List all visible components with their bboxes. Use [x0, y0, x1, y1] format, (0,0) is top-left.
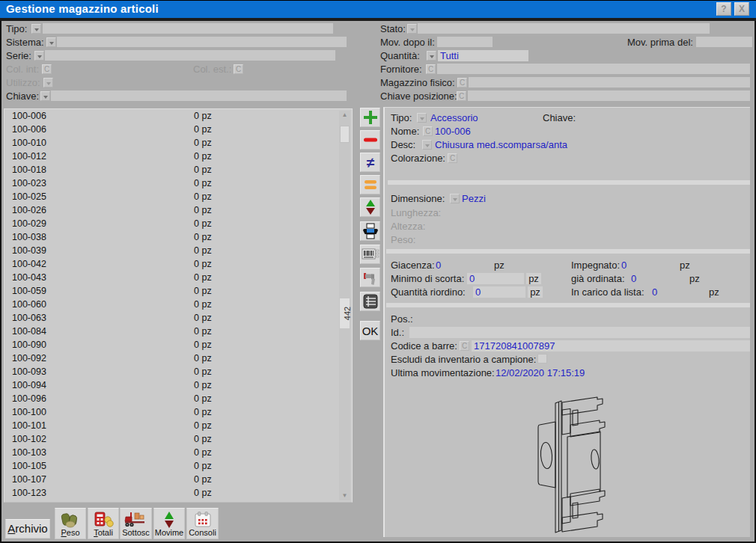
fornitore-c-button[interactable]: C — [426, 64, 436, 74]
article-code: 100-105 — [12, 459, 46, 473]
help-button[interactable]: ? — [716, 2, 731, 16]
not-equal-filter-button[interactable]: ≠ — [360, 153, 380, 172]
chiave-posizione-c-button[interactable]: C — [457, 91, 466, 101]
detail-nome-c-button[interactable]: C — [423, 126, 433, 136]
section-divider — [388, 180, 750, 185]
tipo-filter-input[interactable] — [43, 23, 333, 34]
detail-colorazione-c-button[interactable]: C — [448, 153, 457, 163]
stato-filter-dropdown-icon[interactable] — [407, 24, 417, 34]
equal-filter-button[interactable] — [360, 175, 380, 194]
list-scrollbar[interactable]: ▲ 442 ▼ — [339, 111, 350, 500]
tipo-filter-dropdown-icon[interactable] — [31, 24, 41, 34]
scroll-up-icon[interactable]: ▲ — [339, 111, 350, 120]
list-item[interactable]: 100-018 0 pz — [4, 163, 352, 177]
scrollbar-thumb[interactable] — [340, 126, 350, 143]
list-item[interactable]: 100-102 0 pz — [4, 432, 352, 446]
escludi-inventario-checkbox[interactable] — [537, 354, 547, 363]
list-item[interactable]: 100-103 0 pz — [4, 446, 352, 459]
list-item[interactable]: 100-059 0 pz — [4, 284, 352, 298]
list-item[interactable]: 100-010 0 pz — [4, 136, 352, 150]
list-item[interactable]: 100-029 0 pz — [4, 217, 352, 230]
consolidato-button[interactable]: Consoli — [186, 508, 219, 539]
barcode-print-button[interactable] — [360, 245, 380, 264]
minimo-scorta-input[interactable]: 0 — [467, 273, 524, 284]
add-article-button[interactable] — [360, 108, 380, 127]
list-item[interactable]: 100-090 0 pz — [4, 338, 352, 352]
movimenti-button[interactable]: Movime — [153, 508, 185, 539]
list-item[interactable]: 100-023 0 pz — [4, 177, 352, 190]
list-item[interactable]: 100-025 0 pz — [4, 190, 352, 203]
list-item[interactable]: 100-093 0 pz — [4, 365, 352, 378]
detail-dimensione-dropdown-icon[interactable] — [450, 194, 460, 203]
list-item[interactable]: 100-012 0 pz — [4, 150, 352, 163]
barcode-scanner-button[interactable] — [360, 268, 380, 287]
list-item[interactable]: 100-063 0 pz — [4, 311, 352, 325]
detail-desc-dropdown-icon[interactable] — [422, 140, 432, 150]
table-view-button[interactable] — [360, 292, 380, 311]
list-item[interactable]: 100-043 0 pz — [4, 271, 352, 284]
escludi-inventario-label: Escludi da inventario a campione: — [391, 355, 536, 365]
list-item[interactable]: 100-105 0 pz — [4, 459, 352, 473]
list-item[interactable]: 100-084 0 pz — [4, 325, 352, 338]
list-item[interactable]: 100-094 0 pz — [4, 378, 352, 392]
serie-filter-dropdown-icon[interactable] — [34, 51, 44, 61]
list-item[interactable]: 100-100 0 pz — [4, 405, 352, 419]
article-list[interactable]: 100-006 0 pz 100-006 0 pz 100-010 0 pz 1… — [4, 108, 353, 503]
list-item[interactable]: 100-101 0 pz — [4, 419, 352, 432]
sistema-filter-dropdown-icon[interactable] — [46, 37, 56, 47]
list-item[interactable]: 100-060 0 pz — [4, 298, 352, 311]
peso-button[interactable]: Peso — [55, 508, 86, 539]
serie-filter-input[interactable] — [45, 50, 335, 61]
print-button[interactable] — [360, 221, 380, 241]
sottoscorta-button[interactable]: Sottosc — [120, 508, 152, 539]
article-rows: 100-006 0 pz 100-006 0 pz 100-010 0 pz 1… — [4, 109, 352, 500]
article-quantity: 0 pz — [194, 378, 212, 392]
totali-button[interactable]: Totali — [88, 508, 119, 539]
peso-button-label: Peso — [55, 528, 85, 537]
list-item[interactable]: 100-123 0 pz — [4, 486, 352, 500]
quantita-filter-label: Quantità: — [380, 51, 420, 61]
tipo-filter-label: Tipo: — [6, 24, 27, 34]
list-item[interactable]: 100-006 0 pz — [4, 123, 352, 136]
ok-button[interactable]: OK — [360, 321, 380, 340]
fornitore-filter-input[interactable] — [437, 64, 750, 74]
scroll-down-icon[interactable]: ▼ — [339, 491, 350, 500]
quantita-filter-dropdown-icon[interactable] — [427, 51, 436, 61]
sort-movements-button[interactable] — [360, 197, 380, 217]
codice-barre-label: Codice a barre: — [391, 341, 457, 352]
list-item[interactable]: 100-096 0 pz — [4, 392, 352, 405]
list-item[interactable]: 100-038 0 pz — [4, 230, 352, 244]
chiave-filter-dropdown-icon[interactable] — [40, 91, 50, 101]
archivio-button[interactable]: Archivio — [5, 519, 50, 539]
col-est-c-button[interactable]: C — [234, 64, 243, 74]
detail-desc-value: Chiusura med.scomparsa/anta — [435, 140, 567, 150]
remove-article-button[interactable] — [360, 130, 380, 150]
list-item[interactable]: 100-026 0 pz — [4, 203, 352, 217]
list-item[interactable]: 100-042 0 pz — [4, 257, 352, 271]
title-bar: Gestione magazzino articoli — [0, 0, 756, 18]
mov-prima-filter-input[interactable] — [696, 37, 752, 47]
close-button[interactable]: X — [734, 2, 749, 16]
list-item[interactable]: 100-107 0 pz — [4, 473, 352, 486]
magazzino-c-button[interactable]: C — [457, 78, 467, 88]
stato-filter-input[interactable] — [418, 23, 710, 34]
detail-tipo-dropdown-icon[interactable] — [417, 113, 427, 123]
magazzino-filter-input[interactable] — [469, 77, 750, 88]
quantita-riordino-input[interactable]: 0 — [473, 286, 525, 298]
sistema-filter-input[interactable] — [57, 37, 347, 47]
mov-dopo-filter-input[interactable] — [437, 37, 493, 47]
chiave-filter-input[interactable] — [51, 90, 347, 101]
quantita-filter-input[interactable]: Tutti — [438, 50, 528, 61]
col-int-c-button[interactable]: C — [42, 64, 52, 74]
chiave-posizione-filter-input[interactable] — [468, 90, 750, 101]
article-quantity: 0 pz — [194, 136, 212, 150]
id-input[interactable] — [409, 327, 750, 338]
codice-barre-c-button[interactable]: C — [460, 341, 469, 351]
list-item[interactable]: 100-092 0 pz — [4, 352, 352, 365]
gia-ordinata-label: già ordinata: — [571, 274, 625, 284]
detail-desc-label: Desc: — [391, 140, 415, 150]
utilizzo-filter-dropdown-icon[interactable] — [43, 78, 53, 88]
codice-barre-input[interactable]: 171720841007897 — [472, 340, 750, 352]
list-item[interactable]: 100-006 0 pz — [4, 109, 352, 123]
list-item[interactable]: 100-039 0 pz — [4, 244, 352, 257]
